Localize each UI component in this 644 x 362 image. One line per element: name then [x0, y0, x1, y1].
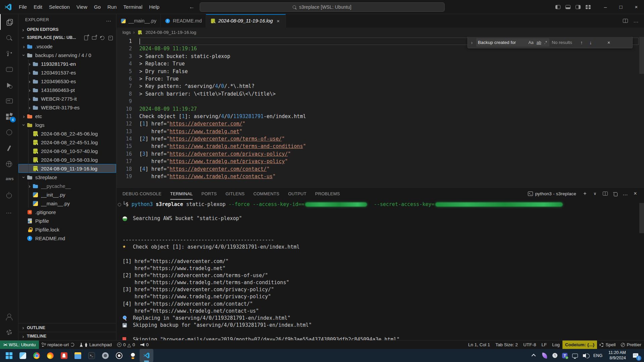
taskbar-start-icon[interactable] — [2, 349, 16, 362]
taskbar-obs-icon[interactable] — [112, 349, 126, 362]
newfolder-icon[interactable] — [92, 35, 97, 40]
timeline-section[interactable]: › TIMELINE — [18, 332, 116, 340]
find-input[interactable]: Backup created for Aa ab .* — [476, 38, 549, 47]
activitybar-more-views-icon[interactable]: … — [0, 203, 18, 219]
status-language-mode[interactable]: Log — [549, 341, 562, 349]
editor-line-3[interactable]: 3> Search bucket: static-plexop — [116, 53, 644, 60]
tab-readme-md[interactable]: README.md — [161, 14, 206, 28]
status-launchpad[interactable]: Launchpad — [77, 341, 114, 349]
tree-item-pipfile-lock[interactable]: ›Pipfile.lock — [18, 225, 116, 234]
editor-line-16[interactable]: 16[3] href="https://advercenter.com/priv… — [116, 150, 644, 158]
status-announcements[interactable]: 0 — [138, 341, 151, 349]
editor-line-7[interactable]: 7> Key pattern: ^aserving/4/0/.*\.html? — [116, 83, 644, 90]
tree-item-init-py[interactable]: ›__init__.py — [18, 190, 116, 199]
status-spell-checker[interactable]: Spell — [597, 341, 618, 349]
tree-item-2024-08-09-11-19-16-log[interactable]: ›2024-08-09_11-19-16.log — [18, 164, 116, 173]
tree-item-backups-aserving-4-0[interactable]: ›backups / aserving / 4 / 0 — [18, 51, 116, 59]
activitybar-search-icon[interactable] — [0, 30, 18, 46]
status-encoding[interactable]: UTF-8 — [521, 341, 539, 349]
previous-match-icon[interactable]: ↑ — [578, 40, 585, 45]
activitybar-source-control-icon[interactable] — [0, 46, 18, 61]
regex-icon[interactable]: .* — [544, 40, 548, 45]
new-terminal-icon[interactable]: + — [580, 189, 590, 198]
tray-chevron-up-icon[interactable] — [529, 349, 539, 362]
menu-terminal[interactable]: Terminal — [120, 3, 146, 11]
tab-main-py[interactable]: __main__.py — [116, 14, 161, 28]
tree-item-1193281791-en[interactable]: ›1193281791-en — [18, 59, 116, 68]
status-codeium[interactable]: Codeium: {...} — [562, 341, 597, 349]
status-indentation[interactable]: Tab Size: 2 — [493, 341, 521, 349]
tree-item-2024-08-08-22-45-06-log[interactable]: ›2024-08-08_22-45-06.log — [18, 129, 116, 138]
editor-line-6[interactable]: 6> Force: True — [116, 75, 644, 83]
tray-clockx-icon[interactable] — [550, 349, 560, 362]
menu-go[interactable]: Go — [91, 3, 104, 11]
editor-line-15[interactable]: 15 href="https://www.tradelg.net/terms-a… — [116, 143, 644, 150]
tree-item-2024-08-09-10-58-03-log[interactable]: ›2024-08-09_10-58-03.log — [18, 155, 116, 164]
tree-item-webcr-3179-es[interactable]: ›WEBCR-3179-es — [18, 103, 116, 112]
panel-tab-comments[interactable]: COMMENTS — [253, 188, 279, 200]
split-terminal-icon[interactable] — [600, 189, 610, 198]
tree-item-s3replace[interactable]: ›s3replace — [18, 173, 116, 182]
tree-item-1203491537-es[interactable]: ›1203491537-es — [18, 68, 116, 77]
panel-tab-ports[interactable]: PORTS — [201, 188, 217, 200]
collapse-icon[interactable] — [108, 35, 113, 40]
tree-item-pipfile[interactable]: ›Pipfile — [18, 216, 116, 225]
breadcrumb-folder[interactable]: logs — [122, 30, 131, 35]
panel-tab-terminal[interactable]: TERMINAL — [170, 188, 193, 200]
status-eol[interactable]: LF — [539, 341, 549, 349]
project-section-header[interactable]: › S3REPLACE [WSL: UB... — [18, 34, 116, 42]
editor-line-10[interactable]: 102024-08-09 11:19:27 — [116, 105, 644, 113]
terminal-scrollbar[interactable] — [639, 203, 644, 233]
status-problems[interactable]: 0△0 — [114, 341, 138, 349]
tree-item-gitignore[interactable]: ›.gitignore — [18, 208, 116, 216]
editor-line-14[interactable]: 14[2] href="https://advercenter.com/term… — [116, 135, 644, 143]
editor-line-8[interactable]: 8> Search barrier: \<title\>TradeLG\<\/t… — [116, 90, 644, 98]
menu-run[interactable]: Run — [104, 3, 120, 11]
activitybar-aws-icon[interactable]: aws — [0, 172, 18, 188]
customize-layout-icon[interactable] — [583, 2, 593, 12]
tree-item-logs[interactable]: ›logs — [18, 120, 116, 129]
tree-item-2024-08-09-10-57-40-log[interactable]: ›2024-08-09_10-57-40.log — [18, 147, 116, 155]
activitybar-chat-icon[interactable] — [0, 61, 18, 77]
taskbar-explorer-icon[interactable] — [71, 349, 85, 362]
taskbar-firefox-icon[interactable] — [43, 349, 57, 362]
status-git-branch[interactable]: replace-url — [39, 341, 77, 349]
kill-terminal-icon[interactable] — [610, 189, 620, 198]
whole-word-icon[interactable]: ab — [536, 40, 542, 45]
newfile-icon[interactable] — [84, 35, 89, 40]
tree-item-1431860463-pt[interactable]: ›1431860463-pt — [18, 86, 116, 94]
notification-center[interactable]: 1 — [629, 349, 642, 362]
close-tab-icon[interactable]: × — [275, 18, 282, 24]
menu-view[interactable]: View — [73, 3, 91, 11]
menu-selection[interactable]: Selection — [46, 3, 73, 11]
editor-line-5[interactable]: 5> Dry run: False — [116, 68, 644, 75]
command-center[interactable]: s3replace [WSL: Ubuntu] — [200, 2, 445, 12]
terminal-body[interactable]: └$ python3 s3replace static-plexop --for… — [116, 200, 644, 340]
toggle-secondary-sidebar-icon[interactable] — [573, 2, 583, 12]
tree-item-pycache[interactable]: ›__pycache__ — [18, 182, 116, 190]
terminal-dropdown-icon[interactable]: ∨ — [590, 189, 600, 198]
panel-tab-output[interactable]: OUTPUT — [288, 188, 306, 200]
editor-line-4[interactable]: 4> Replace: True — [116, 60, 644, 67]
tree-item-2024-08-08-22-45-51-log[interactable]: ›2024-08-08_22-45-51.log — [18, 138, 116, 147]
toggle-panel-icon[interactable] — [563, 2, 573, 12]
taskbar-chrome-icon[interactable] — [30, 349, 43, 362]
back-arrow-icon[interactable]: ← — [189, 4, 195, 10]
editor-line-18[interactable]: 18[4] href="https://advercenter.com/cont… — [116, 165, 644, 173]
tree-item-main-py[interactable]: ›__main__.py — [18, 199, 116, 208]
match-case-icon[interactable]: Aa — [528, 40, 534, 45]
split-editor-icon[interactable] — [621, 16, 630, 25]
activitybar-settings-icon[interactable] — [0, 324, 18, 340]
activitybar-extensions-icon[interactable]: 4 — [0, 109, 18, 124]
taskbar-terminal-icon[interactable]: >_ — [85, 349, 98, 362]
tree-item-readme-md[interactable]: ›README.md — [18, 234, 116, 243]
activitybar-circleci-icon[interactable] — [0, 188, 18, 203]
taskbar-linux-icon[interactable] — [126, 349, 140, 362]
maximize-button[interactable]: □ — [613, 0, 629, 14]
tree-item-vscode[interactable]: ›.vscode — [18, 42, 116, 51]
editor-line-19[interactable]: 19 href="https://www.tradelg.net/contact… — [116, 173, 644, 180]
outline-section[interactable]: › OUTLINE — [18, 323, 116, 332]
find-expand-icon[interactable]: › — [470, 40, 474, 45]
editor-line-9[interactable]: 9 — [116, 98, 644, 105]
taskbar-clock[interactable]: 11:20 AM 8/9/2024 — [606, 350, 629, 361]
